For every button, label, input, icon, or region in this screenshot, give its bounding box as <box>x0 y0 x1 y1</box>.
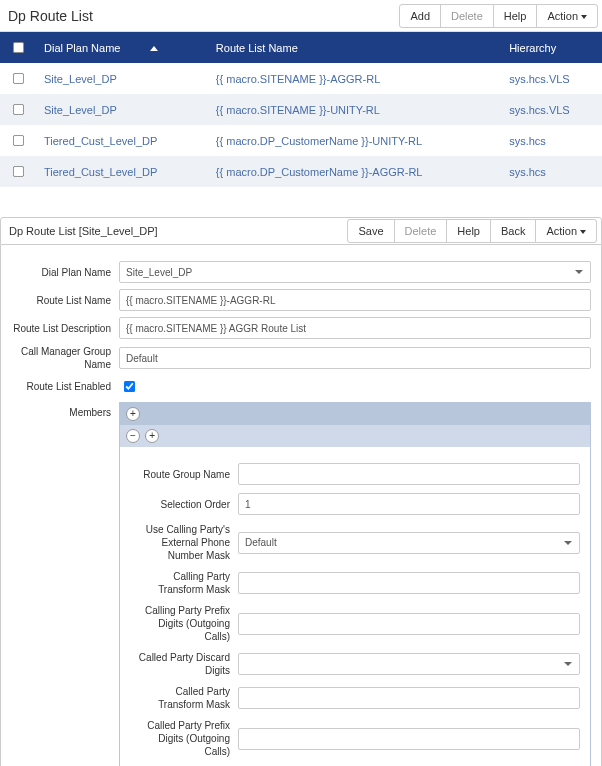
chevron-down-icon <box>581 15 587 19</box>
add-member-inline-button[interactable]: + <box>145 429 159 443</box>
toolbar-buttons: Add Delete Help Action <box>400 4 598 28</box>
selection-order-input[interactable] <box>238 493 580 515</box>
label-called-party-transform: Called Party Transform Mask <box>130 685 238 711</box>
route-list-table: Dial Plan Name Route List Name Hierarchy… <box>0 32 602 187</box>
called-party-prefix-input[interactable] <box>238 728 580 750</box>
calling-party-transform-input[interactable] <box>238 572 580 594</box>
dial-plan-name-select[interactable] <box>119 261 591 283</box>
table-row[interactable]: Tiered_Cust_Level_DP {{ macro.DP_Custome… <box>0 125 602 156</box>
route-list-name-input[interactable] <box>119 289 591 311</box>
add-button[interactable]: Add <box>399 4 441 28</box>
use-calling-party-select[interactable] <box>238 532 580 554</box>
route-group-name-input[interactable] <box>238 463 580 485</box>
route-list-desc-input[interactable] <box>119 317 591 339</box>
back-button[interactable]: Back <box>490 219 536 243</box>
called-party-discard-select[interactable] <box>238 653 580 675</box>
label-selection-order: Selection Order <box>130 498 238 511</box>
row-checkbox[interactable] <box>13 166 24 177</box>
label-dial-plan-name: Dial Plan Name <box>11 266 119 279</box>
label-called-party-discard: Called Party Discard Digits <box>130 651 238 677</box>
delete-button[interactable]: Delete <box>440 4 494 28</box>
label-calling-party-transform: Calling Party Transform Mask <box>130 570 238 596</box>
cell-routelist: {{ macro.DP_CustomerName }}-UNITY-RL <box>208 125 501 156</box>
label-route-list-enabled: Route List Enabled <box>11 380 119 393</box>
detail-title: Dp Route List [Site_Level_DP] <box>9 225 348 237</box>
cell-routelist: {{ macro.DP_CustomerName }}-AGGR-RL <box>208 156 501 187</box>
row-checkbox[interactable] <box>13 135 24 146</box>
action-button[interactable]: Action <box>536 4 598 28</box>
cell-dialplan: Site_Level_DP <box>36 63 208 94</box>
cell-dialplan: Tiered_Cust_Level_DP <box>36 125 208 156</box>
label-use-calling-party: Use Calling Party's External Phone Numbe… <box>130 523 238 562</box>
row-checkbox[interactable] <box>13 73 24 84</box>
label-route-list-name: Route List Name <box>11 294 119 307</box>
table-row[interactable]: Site_Level_DP {{ macro.SITENAME }}-AGGR-… <box>0 63 602 94</box>
cell-dialplan: Tiered_Cust_Level_DP <box>36 156 208 187</box>
cell-routelist: {{ macro.SITENAME }}-AGGR-RL <box>208 63 501 94</box>
members-sub-header: − + <box>120 425 590 447</box>
detail-toolbar: Dp Route List [Site_Level_DP] Save Delet… <box>0 217 602 245</box>
help-button[interactable]: Help <box>493 4 538 28</box>
label-route-list-desc: Route List Description <box>11 322 119 335</box>
cell-hierarchy: sys.hcs <box>501 156 602 187</box>
col-label: Dial Plan Name <box>44 42 120 54</box>
calling-party-prefix-input[interactable] <box>238 613 580 635</box>
members-panel: + − + Route Group Name Selection Order <box>119 402 591 766</box>
col-hierarchy[interactable]: Hierarchy <box>501 32 602 63</box>
called-party-transform-input[interactable] <box>238 687 580 709</box>
label-route-group-name: Route Group Name <box>130 468 238 481</box>
detail-buttons: Save Delete Help Back Action <box>348 219 597 243</box>
sort-asc-icon <box>150 46 158 51</box>
detail-form: Dial Plan Name Route List Name Route Lis… <box>0 245 602 766</box>
col-dial-plan[interactable]: Dial Plan Name <box>36 32 208 63</box>
route-list-enabled-checkbox[interactable] <box>124 381 135 392</box>
cell-hierarchy: sys.hcs.VLS <box>501 94 602 125</box>
label-called-party-prefix: Called Party Prefix Digits (Outgoing Cal… <box>130 719 238 758</box>
members-header: + <box>120 403 590 425</box>
cell-dialplan: Site_Level_DP <box>36 94 208 125</box>
detail-delete-button[interactable]: Delete <box>394 219 448 243</box>
cell-hierarchy: sys.hcs <box>501 125 602 156</box>
label-members: Members <box>11 402 119 419</box>
cell-hierarchy: sys.hcs.VLS <box>501 63 602 94</box>
add-member-button[interactable]: + <box>126 407 140 421</box>
table-header-row: Dial Plan Name Route List Name Hierarchy <box>0 32 602 63</box>
row-checkbox[interactable] <box>13 104 24 115</box>
action-label: Action <box>547 10 578 22</box>
cm-group-name-input[interactable] <box>119 347 591 369</box>
action-label: Action <box>546 225 577 237</box>
select-all-header <box>0 32 36 63</box>
label-calling-party-prefix: Calling Party Prefix Digits (Outgoing Ca… <box>130 604 238 643</box>
chevron-down-icon <box>580 230 586 234</box>
detail-help-button[interactable]: Help <box>446 219 491 243</box>
cell-routelist: {{ macro.SITENAME }}-UNITY-RL <box>208 94 501 125</box>
label-cm-group-name: Call Manager Group Name <box>11 345 119 371</box>
table-row[interactable]: Site_Level_DP {{ macro.SITENAME }}-UNITY… <box>0 94 602 125</box>
remove-member-button[interactable]: − <box>126 429 140 443</box>
detail-action-button[interactable]: Action <box>535 219 597 243</box>
table-row[interactable]: Tiered_Cust_Level_DP {{ macro.DP_Custome… <box>0 156 602 187</box>
members-body: Route Group Name Selection Order Use Cal… <box>120 447 590 766</box>
page-title: Dp Route List <box>8 8 400 24</box>
save-button[interactable]: Save <box>347 219 394 243</box>
col-route-list[interactable]: Route List Name <box>208 32 501 63</box>
select-all-checkbox[interactable] <box>13 42 24 53</box>
list-toolbar: Dp Route List Add Delete Help Action <box>0 0 602 32</box>
